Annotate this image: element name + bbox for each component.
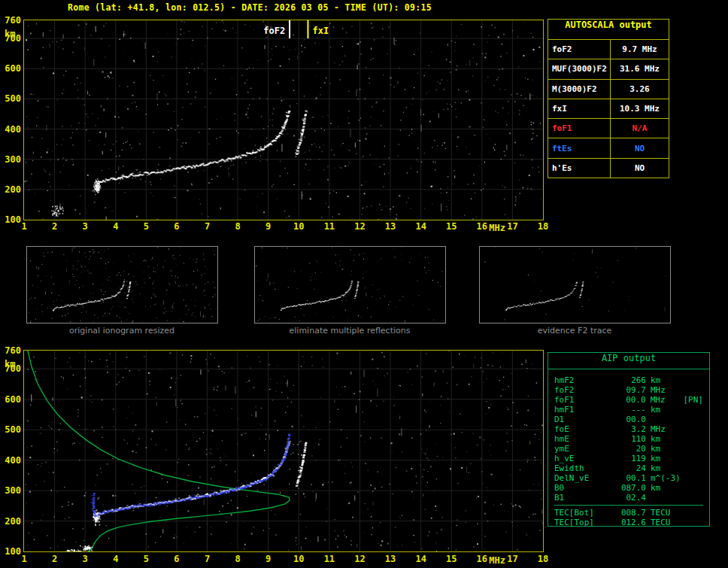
y-tick-label: 400 xyxy=(0,124,21,135)
aip-table-rows: hmF2266kmfoF209.7MHzfoF100.0MHz[PN]hmF1-… xyxy=(548,369,709,503)
aip-param-name: foF1 xyxy=(554,395,610,405)
y-tick-label: 760 xyxy=(0,15,21,26)
aip-param-name: Ewidth xyxy=(554,463,610,473)
autoscala-param-value: 3.26 xyxy=(611,80,669,99)
x-tick-label: 17 xyxy=(507,221,517,232)
y-tick-label: 600 xyxy=(0,63,21,74)
profile-ionogram-canvas xyxy=(24,351,543,551)
thumbnail-original-canvas xyxy=(27,247,217,323)
thumbnail-reflections-canvas xyxy=(255,247,445,323)
x-tick-label: 9 xyxy=(265,221,271,232)
autoscala-row: h'EsNO xyxy=(548,159,669,178)
aip-row: foF209.7MHz xyxy=(554,385,703,395)
aip-param-unit: MHz xyxy=(651,385,681,395)
x-tick-label: 16 xyxy=(477,221,487,232)
aip-param-value: 3.2 xyxy=(610,424,646,434)
aip-param-value: 110 xyxy=(610,434,646,444)
aip-row: hmE110km xyxy=(554,434,703,444)
fxi-marker-label: fxI xyxy=(312,26,329,36)
autoscala-row: ftEsNO xyxy=(548,138,669,158)
aip-param-value: 008.7 xyxy=(610,508,646,518)
x-tick-label: 18 xyxy=(538,221,548,232)
autoscala-param-label: MUF(3000)F2 xyxy=(548,59,611,78)
x-axis-unit-label: MHz xyxy=(489,223,505,233)
x-tick-label: 11 xyxy=(324,554,335,564)
caption-f2-trace: evidence F2 trace xyxy=(538,326,612,336)
x-tick-label: 15 xyxy=(446,554,457,564)
aip-param-name: ymE xyxy=(554,444,610,454)
aip-param-value: 00.0 xyxy=(610,415,646,424)
station-title: Rome (lat: +41.8, lon: 012.5) - DATE: 20… xyxy=(68,2,432,13)
aip-tec-rows: TEC[Bot]008.7TECUTEC[Top]012.6TECU xyxy=(554,505,703,527)
x-axis-unit-label: MHz xyxy=(489,555,505,566)
aip-param-unit xyxy=(651,415,681,424)
y-tick-label: 500 xyxy=(0,93,21,104)
aip-param-name: hmF1 xyxy=(554,405,610,415)
autoscala-param-value: NO xyxy=(611,138,669,157)
aip-tec-row: TEC[Bot]008.7TECU xyxy=(554,508,703,518)
aip-param-name: foF2 xyxy=(554,385,610,395)
y-tick-label: 200 xyxy=(0,184,21,195)
aip-param-unit: TECU xyxy=(651,508,681,518)
aip-param-name: B1 xyxy=(554,493,610,503)
aip-param-flag: [PN] xyxy=(684,395,704,405)
aip-param-name: TEC[Bot] xyxy=(554,508,610,518)
series-x-mode-trace xyxy=(296,442,308,487)
aip-row: D100.0 xyxy=(554,415,703,424)
y-axis-unit-label: km xyxy=(5,359,15,369)
x-tick-label: 1 xyxy=(21,221,26,232)
aip-param-unit: km xyxy=(651,483,681,493)
aip-param-name: h_vE xyxy=(554,454,610,463)
x-tick-label: 3 xyxy=(83,221,88,232)
aip-row: DelN_vE00.1m^(-3) xyxy=(554,473,703,483)
caption-original-ionogram: original ionogram resized xyxy=(69,326,174,336)
aip-param-value: 087.0 xyxy=(610,483,646,493)
autoscala-param-value: N/A xyxy=(611,119,669,138)
aip-param-unit: km xyxy=(651,454,681,463)
aip-row: foE3.2MHz xyxy=(554,424,703,434)
aip-param-value: 24 xyxy=(610,463,646,473)
x-tick-label: 12 xyxy=(354,554,365,564)
x-tick-label: 3 xyxy=(83,554,88,564)
grid-layer xyxy=(24,351,543,551)
aip-param-value: 20 xyxy=(610,444,646,454)
aip-output-table: AIP output hmF2266kmfoF209.7MHzfoF100.0M… xyxy=(548,352,710,527)
aip-param-unit: km xyxy=(651,434,681,444)
main-ionogram-plot xyxy=(23,20,544,220)
autoscala-param-value: NO xyxy=(611,159,669,178)
x-tick-label: 16 xyxy=(477,554,487,564)
x-tick-label: 5 xyxy=(144,554,149,564)
aip-row: hmF2266km xyxy=(554,375,703,385)
x-tick-label: 4 xyxy=(113,554,118,564)
autoscala-param-value: 31.6 MHz xyxy=(611,59,669,78)
y-tick-label: 600 xyxy=(0,394,21,405)
x-tick-label: 2 xyxy=(52,554,57,564)
x-tick-label: 2 xyxy=(52,221,57,232)
autoscala-param-label: foF2 xyxy=(548,40,611,59)
aip-param-unit: km xyxy=(651,463,681,473)
aip-param-value: 012.6 xyxy=(610,518,646,527)
main-ionogram-canvas xyxy=(24,20,543,220)
autoscala-row: MUF(3000)F231.6 MHz xyxy=(548,59,669,79)
x-tick-label: 9 xyxy=(265,554,271,564)
y-tick-label: 200 xyxy=(0,516,21,527)
aip-param-name: B0 xyxy=(554,483,610,493)
autoscala-param-value: 10.3 MHz xyxy=(611,99,669,118)
aip-param-unit: MHz xyxy=(651,395,681,405)
y-tick-label: 300 xyxy=(0,154,21,165)
autoscala-param-label: M(3000)F2 xyxy=(548,80,611,99)
aip-row: h_vE119km xyxy=(554,454,703,463)
aip-row: hmF1---km xyxy=(554,405,703,415)
aip-param-unit: m^(-3) xyxy=(651,473,681,483)
thumbnail-f2-trace xyxy=(479,246,671,323)
thumbnail-f2-canvas xyxy=(480,247,670,323)
aip-table-header: AIP output xyxy=(548,353,709,369)
series-autoscaled-trace xyxy=(90,433,290,517)
y-axis-unit-label: km xyxy=(5,29,15,39)
x-tick-label: 12 xyxy=(354,221,365,232)
aip-tec-row: TEC[Top]012.6TECU xyxy=(554,518,703,527)
aip-param-value: 00.1 xyxy=(610,473,646,483)
aip-param-value: 119 xyxy=(610,454,646,463)
x-tick-label: 13 xyxy=(385,221,396,232)
aip-row: B102.4 xyxy=(554,493,703,503)
